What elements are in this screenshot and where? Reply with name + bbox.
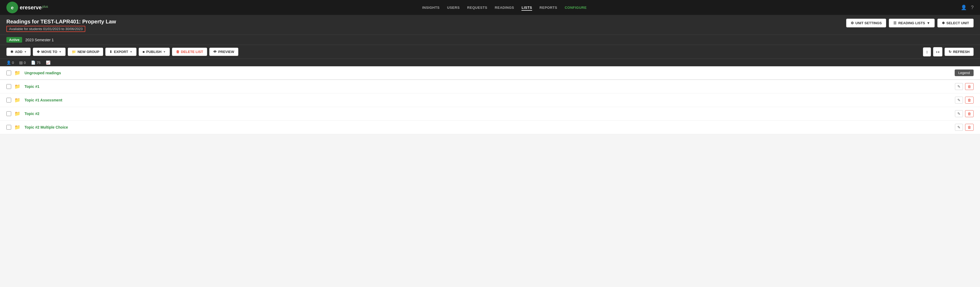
ungrouped-readings-row: 📁 Ungrouped readings Legend xyxy=(0,66,980,79)
topic2mc-actions: ✎ 🗑 xyxy=(955,124,974,131)
help-icon[interactable]: ? xyxy=(971,5,974,10)
nav-requests[interactable]: REQUESTS xyxy=(467,5,487,11)
ungrouped-folder-icon: 📁 xyxy=(14,70,20,76)
add-button[interactable]: ✱ ADD ▼ xyxy=(6,48,31,56)
ungrouped-row-actions: Legend xyxy=(955,70,974,76)
topic2mc-edit-button[interactable]: ✎ xyxy=(955,124,963,131)
move-icon: ✥ xyxy=(37,50,40,54)
add-dropdown-arrow: ▼ xyxy=(24,50,27,53)
logo-plus: plus xyxy=(42,5,48,8)
add-icon: ✱ xyxy=(10,50,13,54)
list-item: 📁 Topic #2 ✎ 🗑 xyxy=(0,107,980,121)
topic2mc-folder-icon: 📁 xyxy=(14,124,20,130)
refresh-button[interactable]: ↻ REFRESH xyxy=(945,48,974,56)
expand-button[interactable]: ↕ xyxy=(923,48,931,56)
document-icon: 📄 xyxy=(31,60,35,65)
topic2mc-link[interactable]: Topic #2 Multiple Choice xyxy=(24,125,68,129)
nav-configure[interactable]: CONFIGURE xyxy=(565,5,587,11)
moveto-dropdown-arrow: ▼ xyxy=(59,50,62,53)
list-item: 📁 Topic #2 Multiple Choice ✎ 🗑 xyxy=(0,121,980,134)
delete-list-button[interactable]: 🗑 DELETE LIST xyxy=(172,48,207,56)
export-icon: ⬇ xyxy=(109,50,112,54)
refresh-icon: ↻ xyxy=(948,50,951,54)
nav-icons: 👤 ? xyxy=(961,5,974,10)
topic1-actions: ✎ 🗑 xyxy=(955,83,974,90)
stats-bar: 👤 0 ▤ 0 📄 75 📈 xyxy=(0,59,980,66)
status-bar: Active 2023 Semester 1 xyxy=(0,35,980,45)
preview-button[interactable]: 👁 PREVIEW xyxy=(209,48,238,56)
eye-icon: 👁 xyxy=(213,50,217,54)
new-group-button[interactable]: 📁 NEW GROUP xyxy=(68,48,103,56)
topic2-link[interactable]: Topic #2 xyxy=(24,111,40,116)
ungrouped-checkbox[interactable] xyxy=(6,71,11,75)
publish-button[interactable]: ■ PUBLISH ▼ xyxy=(138,48,170,56)
page-header: Readings for TEST-LAPR401: Property Law … xyxy=(0,15,980,35)
unit-settings-button[interactable]: ⚙ UNIT SETTINGS xyxy=(846,19,886,27)
pages-stat: 📄 75 xyxy=(31,60,40,65)
topic2mc-delete-button[interactable]: 🗑 xyxy=(965,124,974,131)
collapse-icon: ↦ xyxy=(936,49,939,54)
topic1-link[interactable]: Topic #1 xyxy=(24,84,40,89)
move-to-button[interactable]: ✥ MOVE TO ▼ xyxy=(33,48,65,56)
user-icon[interactable]: 👤 xyxy=(961,5,967,10)
folder-new-icon: 📁 xyxy=(72,50,76,54)
topic2-edit-button[interactable]: ✎ xyxy=(955,110,963,117)
topic2-folder-icon: 📁 xyxy=(14,111,20,117)
export-button[interactable]: ⬇ EXPORT ▼ xyxy=(105,48,136,56)
students-stat: 👤 0 xyxy=(6,60,14,65)
topic2-checkbox[interactable] xyxy=(6,111,11,116)
collapse-button[interactable]: ↦ xyxy=(933,47,942,56)
nav-links: INSIGHTS USERS REQUESTS READINGS LISTS R… xyxy=(422,5,587,11)
bars-stat: ▤ 0 xyxy=(19,60,25,65)
nav-reports[interactable]: REPORTS xyxy=(539,5,557,11)
availability-subtitle: Available for students 01/01/2023 to 30/… xyxy=(6,26,85,32)
active-badge: Active xyxy=(6,37,22,43)
expand-icon: ↕ xyxy=(926,49,928,54)
chart-stat: 📈 xyxy=(46,60,50,65)
ungrouped-readings-link[interactable]: Ungrouped readings xyxy=(24,71,61,75)
reading-lists-button[interactable]: ☰ READING LISTS ▼ xyxy=(889,19,934,27)
legend-button[interactable]: Legend xyxy=(955,70,974,76)
page-title: Readings for TEST-LAPR401: Property Law xyxy=(6,19,116,25)
logo[interactable]: e ereserveplus xyxy=(6,2,48,13)
main-content: 📁 Ungrouped readings Legend 📁 Topic #1 ✎… xyxy=(0,66,980,134)
nav-users[interactable]: USERS xyxy=(447,5,460,11)
trash-icon: 🗑 xyxy=(176,50,180,54)
asterisk-icon: ✱ xyxy=(942,21,945,25)
topic1a-edit-button[interactable]: ✎ xyxy=(955,97,963,103)
topic1-delete-button[interactable]: 🗑 xyxy=(965,83,974,90)
nav-readings[interactable]: READINGS xyxy=(495,5,514,11)
line-chart-icon: 📈 xyxy=(46,60,50,65)
nav-lists[interactable]: LISTS xyxy=(522,5,532,11)
topic1-folder-icon: 📁 xyxy=(14,84,20,89)
toolbar: ✱ ADD ▼ ✥ MOVE TO ▼ 📁 NEW GROUP ⬇ EXPORT… xyxy=(0,45,980,59)
semester-label: 2023 Semester 1 xyxy=(25,38,54,42)
select-unit-button[interactable]: ✱ SELECT UNIT xyxy=(937,19,974,27)
publish-icon: ■ xyxy=(143,50,145,54)
logo-text: ereserve xyxy=(20,5,41,10)
topic2-delete-button[interactable]: 🗑 xyxy=(965,110,974,117)
list-item: 📁 Topic #1 Assessment ✎ 🗑 xyxy=(0,94,980,107)
topic1a-actions: ✎ 🗑 xyxy=(955,97,974,103)
students-icon: 👤 xyxy=(6,60,11,65)
topic1-checkbox[interactable] xyxy=(6,84,11,89)
export-dropdown-arrow: ▼ xyxy=(130,50,132,53)
gear-icon: ⚙ xyxy=(851,21,854,25)
top-navigation: e ereserveplus INSIGHTS USERS REQUESTS R… xyxy=(0,0,980,15)
topic1a-link[interactable]: Topic #1 Assessment xyxy=(24,98,62,102)
topic1a-delete-button[interactable]: 🗑 xyxy=(965,97,974,103)
topic1a-folder-icon: 📁 xyxy=(14,97,20,103)
dropdown-arrow-icon: ▼ xyxy=(927,21,930,25)
publish-dropdown-arrow: ▼ xyxy=(163,50,166,53)
svg-text:e: e xyxy=(11,5,14,10)
topic1a-checkbox[interactable] xyxy=(6,98,11,103)
topic1-edit-button[interactable]: ✎ xyxy=(955,83,963,90)
chart-icon: ▤ xyxy=(19,60,23,65)
list-item: 📁 Topic #1 ✎ 🗑 xyxy=(0,80,980,94)
nav-insights[interactable]: INSIGHTS xyxy=(422,5,440,11)
topic2mc-checkbox[interactable] xyxy=(6,125,11,130)
topic2-actions: ✎ 🗑 xyxy=(955,110,974,117)
list-icon: ☰ xyxy=(893,21,897,25)
